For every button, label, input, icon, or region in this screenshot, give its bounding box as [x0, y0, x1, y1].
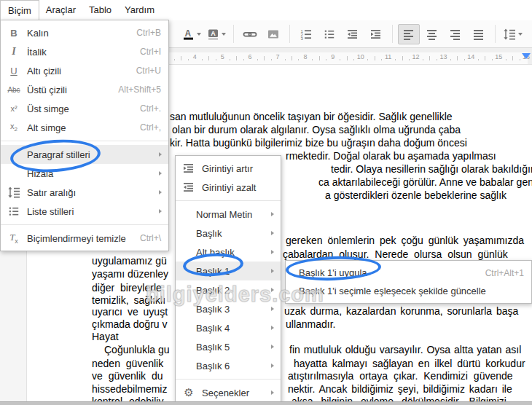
styles-submenu-item-alt-baslik[interactable]: Alt başlık: [176, 243, 281, 262]
format-menu-item-satir-araligi[interactable]: Satır aralığı: [1, 183, 168, 202]
bold-icon: B: [5, 28, 23, 39]
document-text-line: nektir. Ancak bildiğimiz şeyi, bildiğimi…: [288, 383, 512, 396]
styles-submenu-item-girintiyi-azalt[interactable]: Girintiyi azalt: [176, 178, 281, 197]
outdent-button[interactable]: [342, 24, 364, 44]
ruler-number: 5: [221, 53, 224, 60]
styles-submenu-item-normal-metin[interactable]: Normal Metin: [176, 205, 281, 224]
numbered-list-button[interactable]: 123: [295, 24, 317, 44]
link-button[interactable]: [239, 24, 261, 44]
format-menu-item-kalin[interactable]: BKalınCtrl+B: [1, 23, 168, 42]
menu-item-label: Seçenekler: [202, 388, 249, 398]
menu-item-shortcut: Ctrl+\: [140, 233, 161, 243]
align-center-icon: [426, 28, 439, 41]
ruler-tick: [208, 56, 209, 60]
styles-submenu-item-baslik-1[interactable]: Başlık 1: [176, 262, 281, 280]
styles-submenu-item-baslik-2[interactable]: Başlık 2: [176, 280, 281, 299]
format-menu-item-hizala[interactable]: Hizala: [1, 164, 168, 183]
svg-text:A: A: [211, 29, 216, 36]
ruler-tick: [367, 59, 368, 60]
format-menu-item-paragraf-stilleri[interactable]: Paragraf stilleri: [1, 145, 168, 164]
menu-item-label: Satır aralığı: [27, 187, 76, 198]
ruler-number: 9: [331, 53, 335, 60]
format-menu-item-bicimlendirmeyi-temizle[interactable]: TxBiçimlendirmeyi temizleCtrl+\: [1, 229, 168, 248]
submenu-arrow-icon: [159, 171, 162, 176]
ruler-tick: [292, 56, 292, 60]
document-text-line: ve güvenlik du: [92, 370, 163, 382]
menubar-item-araclar[interactable]: Araçlar: [39, 0, 82, 20]
styles-submenu-item-baslik-5[interactable]: Başlık 5: [176, 337, 281, 356]
format-menu-item-ustu-cizili[interactable]: AbcÜstü çiziliAlt+Shift+5: [1, 80, 168, 99]
ruler-tick: [395, 59, 396, 60]
menu-item-label: Alt başlık: [196, 247, 235, 258]
ruler-tick: [492, 59, 493, 60]
ruler-number: 11: [385, 53, 391, 60]
menu-item-label: Başlık 1'i uygula: [299, 267, 367, 278]
justify-icon: [472, 28, 485, 41]
ruler-number: 6: [249, 53, 252, 60]
styles-submenu-item-baslik-4[interactable]: Başlık 4: [176, 318, 281, 337]
document-text-line: ullanmadır.: [286, 318, 335, 331]
document-text-line: uyarıcı ve uyuşt: [92, 306, 168, 318]
ruler-tick: [353, 59, 354, 60]
ruler-tick: [326, 59, 326, 60]
align-right-button[interactable]: [445, 24, 466, 44]
styles-submenu-item-secenekler[interactable]: ⚙Seçenekler: [176, 383, 281, 402]
submenu-arrow-icon: [271, 288, 274, 292]
menu-item-label: Başlık: [196, 228, 222, 239]
menubar-item-yardim[interactable]: Yardım: [118, 0, 161, 20]
align-center-button[interactable]: [421, 24, 443, 44]
menubar-item-bicim[interactable]: Biçim: [0, 0, 39, 20]
ruler-tick: [236, 56, 237, 60]
document-text-line: olan bir durum olarak algılanır. Oysa sa…: [172, 124, 461, 136]
menubar-item-tablo[interactable]: Tablo: [82, 0, 118, 20]
styles-submenu-item-baslik[interactable]: Başlık: [176, 224, 281, 243]
styles-submenu-item-girintiyi-artir[interactable]: Girintiyi artır: [176, 159, 281, 178]
heading1-apply-menu: Başlık 1'i uygulaCtrl+Alt+1Başlık 1'i se…: [285, 260, 532, 304]
bulleted-list-button[interactable]: [318, 24, 340, 44]
format-menu-item-i-talik[interactable]: IİtalikCtrl+I: [1, 42, 168, 61]
menu-item-shortcut: Ctrl+.: [140, 103, 161, 114]
menu-item-label: Normal Metin: [196, 209, 252, 220]
ruler-tick: [506, 59, 506, 60]
menu-item-label: Girintiyi artır: [202, 163, 253, 174]
line-spacing-button[interactable]: [501, 24, 525, 44]
document-text-line: ca aktarılabileceği görülür. Anne ve bab…: [318, 176, 532, 189]
document-text-line: uzak durma, kazalardan korunma, sorunlar…: [284, 305, 518, 318]
ruler-tick: [520, 59, 520, 60]
ruler-tick: [264, 56, 265, 60]
highlight-color-icon: A: [207, 28, 219, 41]
format-menu-item-liste-stilleri[interactable]: Liste stilleri: [1, 202, 168, 221]
format-menu-item-alti-cizili[interactable]: UAltı çiziliCtrl+U: [1, 61, 168, 80]
document-text-line: Hayat: [92, 331, 119, 343]
document-text-line: temizlik, sağlıklı: [92, 294, 165, 307]
strikethrough-icon: Abc: [5, 86, 23, 94]
toolbar-separator: [289, 25, 290, 43]
ruler-number: 8: [303, 53, 307, 60]
image-button[interactable]: [262, 24, 284, 44]
justify-button[interactable]: [468, 24, 490, 44]
indent-button[interactable]: [365, 24, 387, 44]
right-indent-marker[interactable]: [522, 53, 531, 59]
document-text-line: atıştırılmasıyla ortaya çıkar. Kendimizi…: [288, 370, 513, 382]
format-menu-item-alt-simge[interactable]: x2Alt simgeCtrl+,: [1, 118, 168, 137]
styles-submenu-item-baslik-6[interactable]: Başlık 6: [176, 356, 281, 375]
chevron-down-icon: [197, 33, 201, 36]
submenu-arrow-icon: [271, 345, 274, 349]
apply-menu-item-baslik-1-i-uygula[interactable]: Başlık 1'i uygulaCtrl+Alt+1: [286, 264, 531, 282]
styles-submenu-item-baslik-3[interactable]: Başlık 3: [176, 299, 281, 318]
ruler-number: 7: [275, 53, 279, 60]
document-text-line: hissedebilmemiz: [92, 383, 167, 396]
document-text-line: uygulamamız gü: [92, 255, 167, 267]
align-left-button[interactable]: [398, 24, 420, 44]
ruler-number: 14: [467, 53, 474, 60]
menu-item-label: Başlık 1: [196, 266, 230, 277]
submenu-arrow-icon: [271, 307, 274, 311]
menu-item-label: Hizala: [27, 168, 53, 179]
document-text-line: diğer bireylerle: [92, 282, 162, 294]
ruler-tick: [298, 59, 299, 60]
text-color-button[interactable]: A: [180, 24, 203, 44]
apply-menu-item-baslik-1-i-secimle-eslesecek-sekilde-guncelle[interactable]: Başlık 1'i seçimle eşleşecek şekilde gün…: [286, 282, 531, 300]
format-menu-item-ust-simge[interactable]: x²Üst simgeCtrl+.: [1, 99, 168, 118]
ruler-tick: [216, 59, 216, 60]
highlight-color-button[interactable]: A: [205, 24, 228, 44]
